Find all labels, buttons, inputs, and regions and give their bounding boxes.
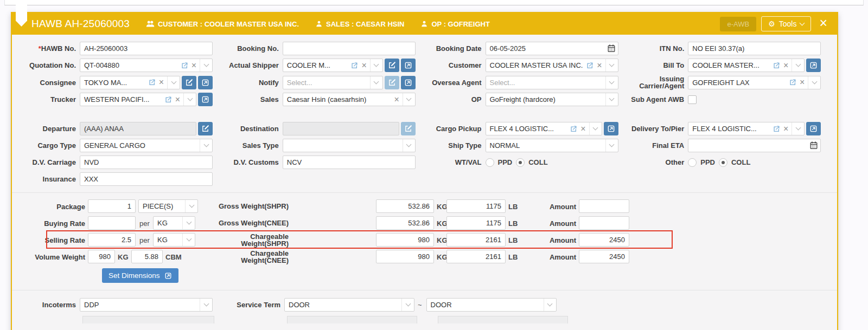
booking-no-input[interactable]	[283, 42, 416, 55]
clear-icon[interactable]: ×	[799, 78, 806, 87]
select-chevron[interactable]	[605, 59, 618, 72]
cargo-pickup-select[interactable]: FLEX 4 LOGISTIC... ×	[486, 122, 602, 135]
select-chevron[interactable]	[605, 76, 618, 89]
gross-weight-cnee-lb-input[interactable]	[446, 216, 506, 230]
open-shipper-button[interactable]	[401, 59, 416, 72]
tools-button[interactable]: ⚙ Tools	[761, 16, 811, 31]
notify-select[interactable]: Select...	[283, 76, 383, 89]
actual-shipper-select[interactable]: COOLER M... ×	[283, 59, 383, 72]
chargeable-weight-shpr-kg-input[interactable]	[376, 233, 434, 247]
eawb-button[interactable]: e-AWB	[720, 17, 756, 31]
volume-weight-cbm-input[interactable]	[131, 250, 163, 263]
select-chevron[interactable]	[182, 217, 195, 229]
clear-icon[interactable]: ×	[596, 61, 603, 70]
edit-consignee-button[interactable]	[182, 76, 196, 89]
gross-weight-cnee-kg-input[interactable]	[376, 216, 434, 230]
volume-weight-kg-input[interactable]	[88, 250, 115, 263]
select-chevron[interactable]	[200, 139, 212, 152]
calendar-icon[interactable]	[607, 44, 616, 53]
open-link-icon[interactable]	[773, 125, 780, 133]
incoterms-select[interactable]: DDP	[80, 298, 213, 312]
open-link-icon[interactable]	[350, 62, 358, 69]
bill-to-select[interactable]: COOLER MASTER... ×	[688, 59, 805, 72]
chargeable-weight-shpr-amount-input[interactable]	[579, 233, 629, 247]
clear-icon[interactable]: ×	[174, 95, 181, 104]
chargeable-weight-cnee-kg-input[interactable]	[376, 250, 434, 263]
dv-customs-input[interactable]	[283, 156, 416, 169]
open-consignee-button[interactable]	[198, 76, 213, 89]
buying-rate-unit-select[interactable]: KG	[153, 216, 195, 230]
hawb-no-input[interactable]	[80, 42, 213, 55]
edit-shipper-button[interactable]	[385, 59, 399, 72]
clear-icon[interactable]: ×	[579, 125, 586, 133]
select-chevron[interactable]	[370, 76, 382, 89]
clear-icon[interactable]: ×	[782, 125, 789, 133]
select-chevron[interactable]	[403, 93, 415, 106]
quotation-no-select[interactable]: QT-004880 ×	[80, 59, 213, 72]
select-chevron[interactable]	[167, 76, 180, 89]
select-chevron[interactable]	[185, 200, 197, 212]
chargeable-weight-shpr-lb-input[interactable]	[446, 233, 506, 247]
gross-weight-shpr-amount-input[interactable]	[579, 199, 629, 213]
select-chevron[interactable]	[401, 299, 414, 311]
other-coll-radio[interactable]	[719, 158, 727, 167]
select-chevron[interactable]	[792, 59, 804, 72]
final-eta-input[interactable]	[688, 139, 821, 152]
close-icon[interactable]: ×	[816, 16, 832, 31]
buying-rate-input[interactable]	[88, 216, 136, 230]
open-link-icon[interactable]	[773, 62, 780, 69]
select-chevron[interactable]	[589, 122, 602, 135]
cargo-type-select[interactable]: GENERAL CARGO	[80, 139, 213, 152]
clear-icon[interactable]: ×	[360, 61, 367, 70]
select-chevron[interactable]	[183, 93, 196, 106]
chargeable-weight-cnee-amount-input[interactable]	[579, 250, 629, 263]
calendar-icon[interactable]	[809, 141, 818, 150]
wt-val-ppd-radio[interactable]	[486, 158, 494, 167]
consignee-select[interactable]: TOKYO MA... ×	[80, 76, 180, 89]
select-chevron[interactable]	[808, 76, 820, 89]
dv-carriage-input[interactable]	[80, 156, 213, 169]
select-chevron[interactable]	[200, 299, 212, 311]
select-chevron[interactable]	[403, 139, 415, 152]
select-chevron[interactable]	[792, 122, 804, 135]
selling-rate-input[interactable]	[88, 233, 136, 247]
customer-select[interactable]: COOLER MASTER USA INC. ×	[486, 59, 618, 72]
select-chevron[interactable]	[182, 234, 195, 246]
itn-no-input[interactable]	[688, 42, 821, 55]
open-link-icon[interactable]	[181, 62, 188, 69]
selling-rate-unit-select[interactable]: KG	[153, 233, 195, 247]
open-cargo-pickup-button[interactable]	[604, 122, 618, 135]
open-notify-button[interactable]	[401, 76, 416, 89]
service-term-to-select[interactable]: DOOR	[426, 298, 557, 312]
select-chevron[interactable]	[370, 59, 382, 72]
open-bill-to-button[interactable]	[806, 59, 821, 72]
open-delivery-button[interactable]	[806, 122, 821, 135]
package-unit-select[interactable]: PIECE(S)	[138, 199, 198, 213]
open-link-icon[interactable]	[148, 79, 156, 86]
trucker-select[interactable]: WESTERN PACIFI... ×	[80, 93, 196, 106]
sales-type-select[interactable]	[283, 139, 416, 152]
issuing-carrier-agent-select[interactable]: GOFREIGHT LAX ×	[688, 76, 821, 89]
chargeable-weight-cnee-lb-input[interactable]	[446, 250, 506, 263]
package-qty-input[interactable]	[88, 199, 136, 213]
open-link-icon[interactable]	[570, 125, 577, 133]
delivery-to-pier-select[interactable]: FLEX 4 LOGISTIC... ×	[688, 122, 805, 135]
clear-icon[interactable]: ×	[393, 95, 400, 104]
gross-weight-shpr-lb-input[interactable]	[446, 199, 506, 213]
sales-select[interactable]: Caesar Hsin (caesarhsin) ×	[283, 93, 416, 106]
open-trucker-button[interactable]	[198, 93, 213, 106]
set-dimensions-button[interactable]: Set Dimensions	[102, 268, 178, 283]
select-chevron[interactable]	[544, 299, 556, 311]
sub-agent-awb-checkbox[interactable]	[688, 95, 697, 104]
clear-icon[interactable]: ×	[190, 61, 197, 70]
select-chevron[interactable]	[605, 93, 618, 106]
open-link-icon[interactable]	[789, 79, 796, 86]
ship-type-select[interactable]: NORMAL	[486, 139, 618, 152]
service-term-from-select[interactable]: DOOR	[284, 298, 414, 312]
wt-val-coll-radio[interactable]	[516, 158, 525, 167]
other-ppd-radio[interactable]	[688, 158, 697, 167]
clear-icon[interactable]: ×	[158, 78, 165, 87]
edit-departure-button[interactable]	[198, 122, 213, 135]
select-chevron[interactable]	[605, 139, 618, 152]
open-link-icon[interactable]	[586, 62, 593, 69]
